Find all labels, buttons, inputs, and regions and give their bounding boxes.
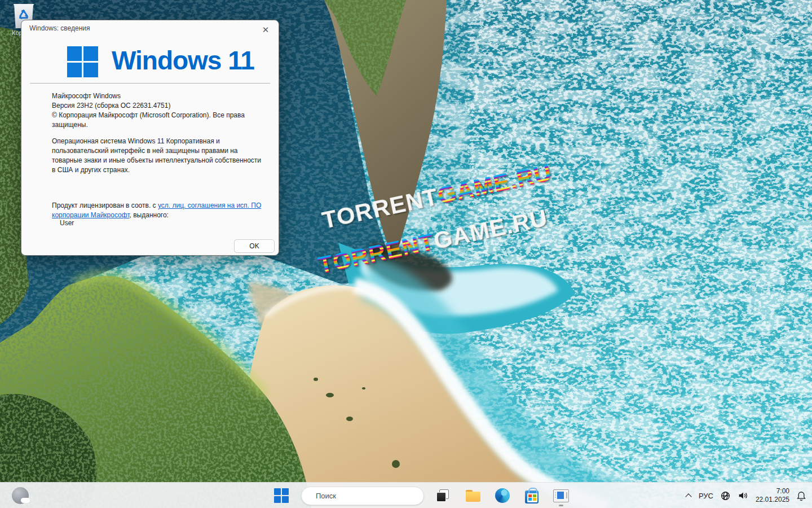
folder-icon <box>466 490 480 502</box>
system-tray: РУС 7:00 22.01.2025 <box>686 483 806 508</box>
notification-bell-icon <box>796 491 806 501</box>
license-prefix: Продукт лицензирован в соотв. с <box>52 202 158 209</box>
dialog-separator <box>30 83 270 84</box>
start-button[interactable] <box>272 484 291 507</box>
winver-taskbar-button[interactable] <box>551 484 571 507</box>
edge-icon <box>495 488 510 503</box>
speaker-icon <box>738 491 749 501</box>
product-name: Майкрософт Windows <box>52 91 262 101</box>
dialog-titlebar[interactable]: Windows: сведения <box>21 20 279 36</box>
notification-center-button[interactable] <box>796 491 806 501</box>
about-windows-dialog: Windows: сведения ✕ Windows 11 Майкрософ… <box>21 20 279 256</box>
microsoft-store-button[interactable] <box>522 484 541 507</box>
running-app-indicator <box>559 505 563 506</box>
licensee-name: User <box>60 219 74 227</box>
windows-start-icon <box>274 488 289 503</box>
clock[interactable]: 7:00 22.01.2025 <box>756 487 789 504</box>
os-version: Версия 23H2 (сборка ОС 22631.4751) <box>52 101 262 111</box>
license-text: Продукт лицензирован в соотв. с усл. лиц… <box>52 201 262 220</box>
trademark-text: Операционная система Windows 11 Корпорат… <box>52 137 262 175</box>
ok-button[interactable]: OK <box>234 239 275 253</box>
close-icon[interactable]: ✕ <box>256 23 275 37</box>
license-suffix: , выданного: <box>130 211 169 219</box>
search-box[interactable] <box>301 487 424 505</box>
network-status-button[interactable] <box>720 491 731 501</box>
tray-date: 22.01.2025 <box>756 496 789 504</box>
volume-button[interactable] <box>738 491 749 501</box>
about-window-icon <box>553 489 569 502</box>
desktop: TORRENTGAME.RU TORRENTGAME.RU Корзина Wi… <box>0 0 812 508</box>
dialog-body-text: Майкрософт Windows Версия 23H2 (сборка О… <box>52 91 262 175</box>
language-indicator[interactable]: РУС <box>699 492 713 500</box>
globe-no-internet-icon <box>720 491 731 501</box>
taskbar-center <box>272 483 571 508</box>
tray-overflow-button[interactable] <box>686 493 692 498</box>
windows-logo-icon <box>67 46 98 77</box>
store-bag-icon <box>525 491 539 503</box>
widgets-button[interactable] <box>10 485 30 506</box>
weather-cloud-icon <box>12 487 29 504</box>
taskbar: РУС 7:00 22.01.2025 <box>0 482 812 508</box>
file-explorer-button[interactable] <box>464 484 483 507</box>
dialog-title: Windows: сведения <box>29 24 90 32</box>
copyright-text: © Корпорация Майкрософт (Microsoft Corpo… <box>52 111 262 130</box>
chevron-up-icon <box>686 493 692 498</box>
tray-time: 7:00 <box>756 487 789 496</box>
windows-11-wordmark: Windows 11 <box>112 45 254 76</box>
edge-browser-button[interactable] <box>493 484 512 507</box>
task-view-button[interactable] <box>434 484 453 507</box>
search-input[interactable] <box>315 491 416 501</box>
